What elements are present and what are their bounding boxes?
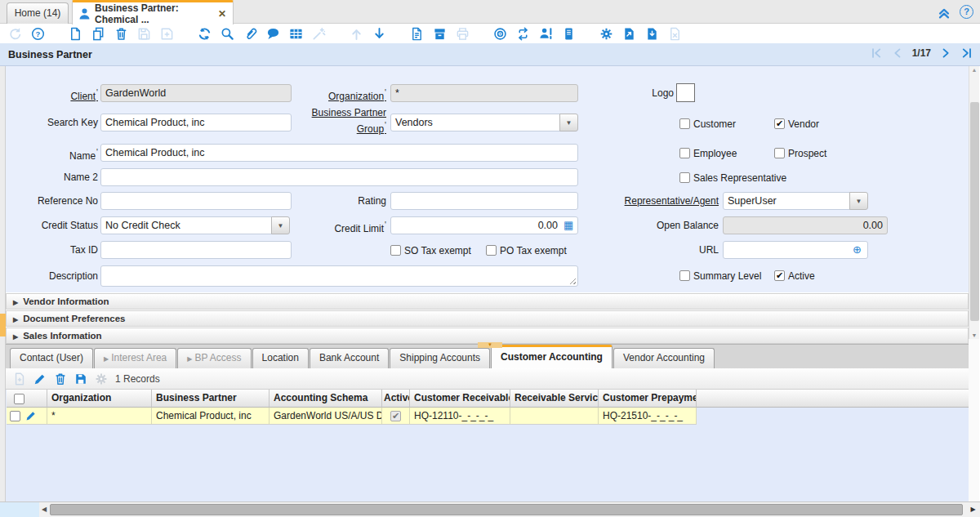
chat-icon[interactable] <box>266 27 280 41</box>
search-key-field[interactable]: Chemical Product, inc <box>100 114 292 131</box>
organization-field[interactable]: * <box>390 84 578 102</box>
next-record-icon[interactable] <box>939 47 952 60</box>
scroll-right-icon[interactable]: ▶ <box>968 503 978 516</box>
bp-group-dropdown-icon[interactable] <box>559 114 578 131</box>
attachment-icon[interactable] <box>243 27 257 41</box>
rating-field[interactable] <box>390 192 578 210</box>
column-header-business-partner[interactable]: Business Partner <box>152 390 270 408</box>
save-icon[interactable] <box>137 27 151 41</box>
bp-group-field[interactable]: Vendors <box>390 114 560 131</box>
tab-interest-area[interactable]: ▶Interest Area <box>94 348 176 368</box>
reference-no-field[interactable] <box>100 192 292 210</box>
tab-shipping-accounts[interactable]: Shipping Accounts <box>390 348 490 368</box>
bp-group-label[interactable]: Business Partner Group <box>296 107 386 136</box>
export-xls-icon[interactable] <box>668 27 682 41</box>
mobile-icon[interactable] <box>562 27 576 41</box>
tab-business-partner[interactable]: Business Partner: Chemical ... ✕ <box>72 0 234 25</box>
previous-record-icon[interactable] <box>891 47 904 60</box>
detail-splitter-handle[interactable]: ▼ <box>478 342 502 348</box>
so-tax-exempt-checkbox[interactable] <box>390 245 401 256</box>
representative-label[interactable]: Representative/Agent <box>588 192 719 210</box>
tab-location[interactable]: Location <box>252 348 309 368</box>
logo-image-box[interactable] <box>676 83 695 102</box>
find-icon[interactable] <box>220 27 234 41</box>
horizontal-scrollbar-thumb[interactable] <box>50 504 963 515</box>
cell-accounting-schema[interactable]: GardenWorld US/A/US Dol... <box>270 408 382 425</box>
tab-vendor-accounting[interactable]: Vendor Accounting <box>613 348 715 368</box>
cell-receivable-services[interactable] <box>510 408 599 425</box>
calculator-icon[interactable]: ▦ <box>564 220 573 230</box>
collapse-header-icon[interactable] <box>937 5 951 20</box>
name2-field[interactable] <box>100 168 578 186</box>
scroll-left-icon[interactable]: ◀ <box>39 503 49 516</box>
cell-customer-receivables[interactable]: HQ-12110-_-_-_-_ <box>410 408 510 425</box>
last-record-icon[interactable] <box>960 47 973 60</box>
report-icon[interactable] <box>410 27 424 41</box>
credit-limit-field[interactable]: 0.00 <box>390 216 578 234</box>
cell-organization[interactable]: * <box>47 408 152 425</box>
row-edit-icon[interactable] <box>33 372 47 386</box>
tax-id-field[interactable] <box>100 241 292 259</box>
sales-representative-checkbox[interactable] <box>679 172 690 183</box>
cell-active-checkbox[interactable] <box>390 411 401 421</box>
description-field[interactable] <box>100 265 578 287</box>
section-document-preferences[interactable]: ▶Document Preferences <box>6 310 969 327</box>
prospect-checkbox[interactable] <box>774 148 785 158</box>
import-icon[interactable] <box>645 27 659 41</box>
row-save-icon[interactable] <box>74 372 87 386</box>
globe-icon[interactable]: ⊕ <box>853 244 862 255</box>
vertical-scrollbar-thumb[interactable] <box>970 102 979 321</box>
move-up-icon[interactable] <box>350 27 363 41</box>
vertical-scrollbar[interactable]: ▲ ▼ <box>969 66 979 339</box>
representative-dropdown-icon[interactable] <box>849 192 868 210</box>
url-field[interactable] <box>723 241 868 259</box>
column-header-customer-receivables[interactable]: Customer Receivables <box>410 390 510 408</box>
column-header-active[interactable]: Active <box>382 390 410 408</box>
vendor-checkbox[interactable] <box>774 118 785 129</box>
column-header-organization[interactable]: Organization <box>47 390 152 408</box>
tab-customer-accounting[interactable]: Customer Accounting <box>491 345 612 368</box>
summary-level-checkbox[interactable] <box>679 270 690 281</box>
column-header-receivable-services[interactable]: Receivable Services <box>510 390 599 408</box>
scroll-down-icon[interactable]: ▼ <box>969 332 979 338</box>
client-label[interactable]: Client <box>16 84 98 105</box>
help-icon[interactable]: ? <box>31 27 45 41</box>
representative-field[interactable]: SuperUser <box>723 192 850 210</box>
active-checkbox[interactable] <box>774 270 785 281</box>
scroll-up-icon[interactable]: ▲ <box>969 67 979 73</box>
select-all-header[interactable] <box>7 390 47 408</box>
move-down-icon[interactable] <box>372 27 386 41</box>
row-edit-pencil-icon[interactable] <box>25 410 37 421</box>
employee-checkbox[interactable] <box>679 148 690 158</box>
workflow-icon[interactable] <box>493 27 507 41</box>
section-sales-information[interactable]: ▶Sales Information <box>6 328 969 344</box>
tab-bp-access[interactable]: ▶BP Access <box>177 348 251 368</box>
client-field[interactable]: GardenWorld <box>100 84 292 102</box>
section-vendor-information[interactable]: ▶Vendor Information <box>6 293 969 310</box>
name-field[interactable]: Chemical Product, inc <box>100 144 578 162</box>
select-all-checkbox[interactable] <box>14 394 24 404</box>
row-select-checkbox[interactable] <box>10 411 20 421</box>
requery-icon[interactable] <box>516 27 530 41</box>
row-delete-icon[interactable] <box>54 372 67 386</box>
new-record-icon[interactable] <box>69 27 82 41</box>
tab-contact-user[interactable]: Contact (User) <box>10 348 93 368</box>
po-tax-exempt-checkbox[interactable] <box>486 245 497 256</box>
save-create-icon[interactable] <box>160 27 174 41</box>
print-icon[interactable] <box>456 27 470 41</box>
row-new-icon[interactable] <box>13 372 26 386</box>
process-icon[interactable] <box>599 27 613 41</box>
window-help-icon[interactable]: ? <box>960 5 973 19</box>
delete-record-icon[interactable] <box>114 27 128 41</box>
resize-grip-icon[interactable] <box>569 278 576 284</box>
tab-home[interactable]: Home (14) <box>7 2 69 24</box>
credit-status-field[interactable]: No Credit Check <box>100 216 272 234</box>
undo-icon[interactable] <box>8 27 22 41</box>
refresh-icon[interactable] <box>198 27 212 41</box>
customer-checkbox[interactable] <box>679 118 690 129</box>
organization-label[interactable]: Organization <box>305 84 386 105</box>
grid-toggle-icon[interactable] <box>289 27 303 41</box>
tab-bank-account[interactable]: Bank Account <box>310 348 389 368</box>
left-splitter-handle[interactable] <box>0 314 6 336</box>
export-icon[interactable] <box>622 27 636 41</box>
